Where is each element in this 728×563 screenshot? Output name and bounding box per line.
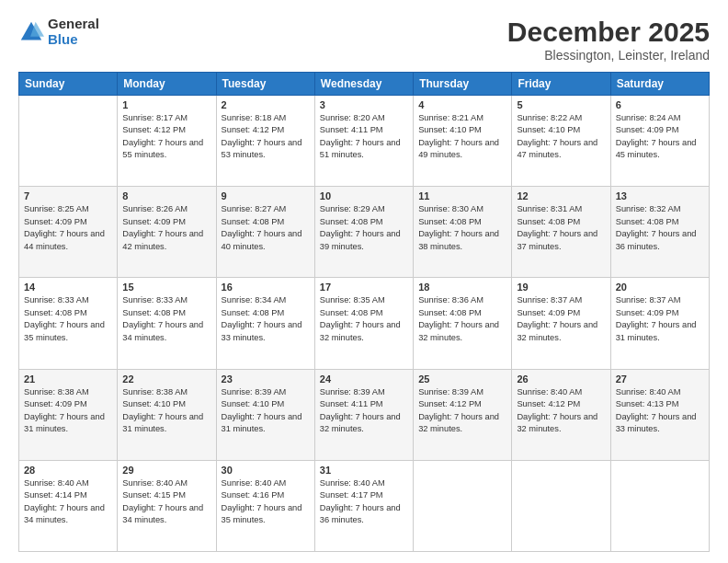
title-block: December 2025 Blessington, Leinster, Ire…	[507, 17, 710, 63]
day-info: Sunrise: 8:39 AM Sunset: 4:12 PM Dayligh…	[418, 386, 506, 436]
calendar-cell: 20 Sunrise: 8:37 AM Sunset: 4:09 PM Dayl…	[610, 278, 709, 369]
logo: General Blue	[18, 17, 99, 47]
calendar-cell: 30 Sunrise: 8:40 AM Sunset: 4:16 PM Dayl…	[216, 460, 314, 551]
sunrise-text: Sunrise: 8:40 AM	[616, 386, 704, 398]
calendar-cell	[19, 96, 118, 187]
daylight-text: Daylight: 7 hours and 32 minutes.	[320, 319, 408, 344]
sunrise-text: Sunrise: 8:31 AM	[517, 203, 605, 215]
logo-blue: Blue	[48, 32, 99, 48]
daylight-text: Daylight: 7 hours and 32 minutes.	[320, 411, 408, 436]
day-header: Friday	[512, 73, 610, 96]
calendar-cell: 7 Sunrise: 8:25 AM Sunset: 4:09 PM Dayli…	[19, 187, 118, 278]
calendar-week: 7 Sunrise: 8:25 AM Sunset: 4:09 PM Dayli…	[19, 187, 710, 278]
daylight-text: Daylight: 7 hours and 44 minutes.	[24, 228, 112, 253]
sunset-text: Sunset: 4:11 PM	[320, 398, 408, 410]
calendar-cell: 8 Sunrise: 8:26 AM Sunset: 4:09 PM Dayli…	[118, 187, 216, 278]
day-header: Monday	[118, 73, 216, 96]
calendar-week: 28 Sunrise: 8:40 AM Sunset: 4:14 PM Dayl…	[19, 460, 710, 551]
page: General Blue December 2025 Blessington, …	[0, 0, 728, 563]
day-number: 19	[517, 282, 605, 293]
logo-icon	[18, 19, 44, 45]
day-number: 31	[320, 465, 408, 476]
logo-general: General	[48, 17, 99, 32]
sunset-text: Sunset: 4:08 PM	[24, 307, 112, 319]
sunrise-text: Sunrise: 8:40 AM	[24, 477, 112, 489]
calendar-cell: 26 Sunrise: 8:40 AM Sunset: 4:12 PM Dayl…	[512, 369, 610, 460]
sunset-text: Sunset: 4:12 PM	[418, 398, 506, 410]
daylight-text: Daylight: 7 hours and 49 minutes.	[418, 137, 506, 162]
day-info: Sunrise: 8:24 AM Sunset: 4:09 PM Dayligh…	[616, 112, 704, 162]
day-header: Thursday	[414, 73, 512, 96]
sunset-text: Sunset: 4:09 PM	[517, 307, 605, 319]
daylight-text: Daylight: 7 hours and 53 minutes.	[222, 137, 310, 162]
sunset-text: Sunset: 4:12 PM	[122, 124, 210, 136]
calendar-cell: 23 Sunrise: 8:39 AM Sunset: 4:10 PM Dayl…	[216, 369, 314, 460]
sunrise-text: Sunrise: 8:29 AM	[320, 203, 408, 215]
day-number: 27	[616, 373, 704, 385]
sunrise-text: Sunrise: 8:22 AM	[517, 112, 605, 124]
sunrise-text: Sunrise: 8:37 AM	[616, 294, 704, 306]
sunrise-text: Sunrise: 8:38 AM	[24, 386, 112, 398]
sunset-text: Sunset: 4:16 PM	[222, 489, 310, 501]
calendar-cell: 6 Sunrise: 8:24 AM Sunset: 4:09 PM Dayli…	[610, 96, 709, 187]
daylight-text: Daylight: 7 hours and 31 minutes.	[616, 319, 704, 344]
day-info: Sunrise: 8:40 AM Sunset: 4:16 PM Dayligh…	[222, 477, 310, 527]
calendar-cell: 1 Sunrise: 8:17 AM Sunset: 4:12 PM Dayli…	[118, 96, 216, 187]
day-info: Sunrise: 8:40 AM Sunset: 4:14 PM Dayligh…	[24, 477, 112, 527]
daylight-text: Daylight: 7 hours and 31 minutes.	[122, 411, 210, 436]
calendar-week: 14 Sunrise: 8:33 AM Sunset: 4:08 PM Dayl…	[19, 278, 710, 369]
calendar-cell: 17 Sunrise: 8:35 AM Sunset: 4:08 PM Dayl…	[314, 278, 413, 369]
sunrise-text: Sunrise: 8:21 AM	[418, 112, 506, 124]
daylight-text: Daylight: 7 hours and 34 minutes.	[122, 319, 210, 344]
calendar-cell	[512, 460, 610, 551]
sunrise-text: Sunrise: 8:40 AM	[122, 477, 210, 489]
day-number: 17	[320, 282, 408, 293]
daylight-text: Daylight: 7 hours and 40 minutes.	[222, 228, 310, 253]
calendar-cell: 12 Sunrise: 8:31 AM Sunset: 4:08 PM Dayl…	[512, 187, 610, 278]
day-number: 7	[24, 190, 112, 201]
day-number: 1	[122, 99, 210, 110]
day-number: 10	[320, 190, 408, 201]
sunset-text: Sunset: 4:08 PM	[222, 216, 310, 228]
day-number: 25	[418, 373, 506, 385]
daylight-text: Daylight: 7 hours and 32 minutes.	[418, 319, 506, 344]
day-number: 21	[24, 373, 112, 385]
day-header: Saturday	[610, 73, 709, 96]
day-info: Sunrise: 8:25 AM Sunset: 4:09 PM Dayligh…	[24, 203, 112, 253]
sunrise-text: Sunrise: 8:39 AM	[320, 386, 408, 398]
sunrise-text: Sunrise: 8:40 AM	[222, 477, 310, 489]
daylight-text: Daylight: 7 hours and 55 minutes.	[122, 137, 210, 162]
daylight-text: Daylight: 7 hours and 31 minutes.	[24, 411, 112, 436]
sunset-text: Sunset: 4:08 PM	[320, 216, 408, 228]
sunrise-text: Sunrise: 8:33 AM	[122, 294, 210, 306]
day-info: Sunrise: 8:35 AM Sunset: 4:08 PM Dayligh…	[320, 294, 408, 344]
calendar-cell: 18 Sunrise: 8:36 AM Sunset: 4:08 PM Dayl…	[414, 278, 512, 369]
header-row: SundayMondayTuesdayWednesdayThursdayFrid…	[19, 73, 710, 96]
calendar-cell: 4 Sunrise: 8:21 AM Sunset: 4:10 PM Dayli…	[414, 96, 512, 187]
day-number: 22	[122, 373, 210, 385]
sunset-text: Sunset: 4:08 PM	[418, 216, 506, 228]
calendar-cell: 28 Sunrise: 8:40 AM Sunset: 4:14 PM Dayl…	[19, 460, 118, 551]
day-number: 9	[222, 190, 310, 201]
sunset-text: Sunset: 4:14 PM	[24, 489, 112, 501]
calendar-cell: 22 Sunrise: 8:38 AM Sunset: 4:10 PM Dayl…	[118, 369, 216, 460]
day-info: Sunrise: 8:36 AM Sunset: 4:08 PM Dayligh…	[418, 294, 506, 344]
daylight-text: Daylight: 7 hours and 38 minutes.	[418, 228, 506, 253]
day-number: 5	[517, 99, 605, 110]
sunset-text: Sunset: 4:08 PM	[320, 307, 408, 319]
sunset-text: Sunset: 4:08 PM	[616, 216, 704, 228]
day-info: Sunrise: 8:40 AM Sunset: 4:13 PM Dayligh…	[616, 386, 704, 436]
day-info: Sunrise: 8:22 AM Sunset: 4:10 PM Dayligh…	[517, 112, 605, 162]
main-title: December 2025	[507, 17, 710, 48]
sunset-text: Sunset: 4:15 PM	[122, 489, 210, 501]
sunset-text: Sunset: 4:13 PM	[616, 398, 704, 410]
day-info: Sunrise: 8:32 AM Sunset: 4:08 PM Dayligh…	[616, 203, 704, 253]
daylight-text: Daylight: 7 hours and 42 minutes.	[122, 228, 210, 253]
day-info: Sunrise: 8:34 AM Sunset: 4:08 PM Dayligh…	[222, 294, 310, 344]
day-number: 13	[616, 190, 704, 201]
sunrise-text: Sunrise: 8:18 AM	[222, 112, 310, 124]
day-number: 28	[24, 465, 112, 476]
sunset-text: Sunset: 4:10 PM	[122, 398, 210, 410]
sunset-text: Sunset: 4:12 PM	[222, 124, 310, 136]
sunset-text: Sunset: 4:11 PM	[320, 124, 408, 136]
